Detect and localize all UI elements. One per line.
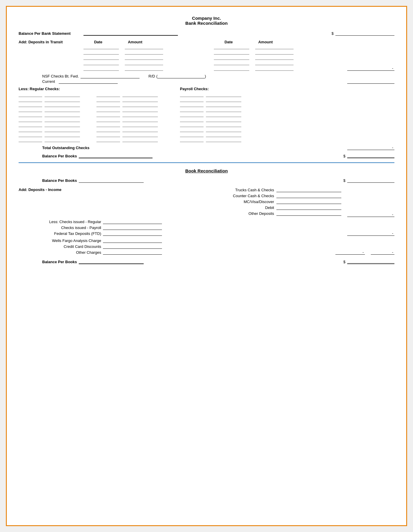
pay-num-3[interactable]: [180, 103, 204, 107]
dep-date-2b[interactable]: [214, 50, 249, 55]
pay-amt-3[interactable]: [206, 103, 241, 107]
reg-amt-7a[interactable]: [45, 123, 80, 127]
reg-amt-1b[interactable]: [122, 93, 158, 97]
mc-visa-field[interactable]: [276, 199, 341, 204]
pay-num-8[interactable]: [180, 128, 204, 132]
reg-num-8b[interactable]: [96, 128, 120, 132]
reg-num-4b[interactable]: [96, 108, 120, 112]
reg-amt-5a[interactable]: [45, 113, 80, 117]
balance-per-books-bank-amount[interactable]: [347, 152, 394, 158]
less-ftd-field[interactable]: [103, 231, 162, 236]
pay-num-7[interactable]: [180, 123, 204, 127]
nsf-btfwd-field[interactable]: [81, 74, 140, 78]
pay-amt-10[interactable]: [206, 138, 241, 142]
dep-amt-1b[interactable]: [255, 45, 294, 49]
reg-amt-8a[interactable]: [45, 128, 80, 132]
balance-books-bottom-field[interactable]: [79, 259, 144, 264]
debit-field[interactable]: [276, 205, 341, 210]
less-payroll-field[interactable]: [103, 225, 162, 230]
wells-fargo-field[interactable]: [103, 238, 162, 243]
dep-date-5b[interactable]: [214, 66, 249, 71]
pay-num-9[interactable]: [180, 133, 204, 137]
pay-amt-1[interactable]: [206, 93, 241, 97]
reg-num-9a[interactable]: [19, 133, 42, 137]
dep-amt-2a[interactable]: [125, 50, 163, 55]
pay-amt-8[interactable]: [206, 128, 241, 132]
reg-amt-2a[interactable]: [45, 98, 80, 102]
other-charges-field[interactable]: [103, 250, 162, 255]
reg-num-4a[interactable]: [19, 108, 42, 112]
counter-field[interactable]: [276, 193, 341, 198]
pay-num-10[interactable]: [180, 138, 204, 142]
credit-card-field[interactable]: [103, 244, 162, 249]
dep-amt-3a[interactable]: [125, 55, 163, 60]
dep-amt-4a[interactable]: [125, 61, 163, 65]
balance-books-bottom-amount[interactable]: [347, 258, 394, 264]
other-deposits-field[interactable]: [276, 211, 341, 216]
balance-per-books-bank-field[interactable]: [79, 153, 153, 158]
reg-num-2a[interactable]: [19, 98, 42, 102]
balance-books-book-field[interactable]: [79, 178, 144, 183]
pay-amt-6[interactable]: [206, 118, 241, 122]
pay-amt-4[interactable]: [206, 108, 241, 112]
pay-num-4[interactable]: [180, 108, 204, 112]
trucks-field[interactable]: [276, 187, 341, 192]
pay-amt-7[interactable]: [206, 123, 241, 127]
reg-amt-8b[interactable]: [122, 128, 158, 132]
balance-bank-amount-field[interactable]: [335, 31, 394, 36]
reg-num-1b[interactable]: [96, 93, 120, 97]
dep-date-1a[interactable]: [83, 45, 119, 49]
reg-num-10b[interactable]: [96, 138, 120, 142]
reg-amt-1a[interactable]: [45, 93, 80, 97]
reg-num-6a[interactable]: [19, 118, 42, 122]
less-regular-field[interactable]: [103, 219, 162, 224]
reg-amt-7b[interactable]: [122, 123, 158, 127]
reg-amt-4a[interactable]: [45, 108, 80, 112]
reg-num-1a[interactable]: [19, 93, 42, 97]
reg-num-2b[interactable]: [96, 98, 120, 102]
reg-num-9b[interactable]: [96, 133, 120, 137]
reg-amt-6b[interactable]: [122, 118, 158, 122]
current-field[interactable]: [59, 79, 118, 84]
reg-num-7b[interactable]: [96, 123, 120, 127]
reg-num-6b[interactable]: [96, 118, 120, 122]
pay-amt-9[interactable]: [206, 133, 241, 137]
reg-amt-10b[interactable]: [122, 138, 158, 142]
reg-num-3a[interactable]: [19, 103, 42, 107]
reg-num-5b[interactable]: [96, 113, 120, 117]
reg-num-8a[interactable]: [19, 128, 42, 132]
reg-num-10a[interactable]: [19, 138, 42, 142]
reg-amt-9a[interactable]: [45, 133, 80, 137]
pay-num-5[interactable]: [180, 113, 204, 117]
balance-books-book-amount[interactable]: [347, 178, 394, 183]
reg-amt-10a[interactable]: [45, 138, 80, 142]
dep-date-5a[interactable]: [83, 66, 119, 71]
pay-num-6[interactable]: [180, 118, 204, 122]
reg-num-5a[interactable]: [19, 113, 42, 117]
rd-field[interactable]: [158, 74, 205, 78]
dep-amt-3b[interactable]: [255, 55, 294, 60]
dep-date-2a[interactable]: [83, 50, 119, 55]
reg-amt-6a[interactable]: [45, 118, 80, 122]
dep-amt-1a[interactable]: [125, 45, 163, 49]
dep-date-1b[interactable]: [214, 45, 249, 49]
reg-num-7a[interactable]: [19, 123, 42, 127]
pay-amt-2[interactable]: [206, 98, 241, 102]
reg-amt-9b[interactable]: [122, 133, 158, 137]
reg-amt-3a[interactable]: [45, 103, 80, 107]
dep-amt-5b[interactable]: [255, 66, 294, 71]
reg-amt-3b[interactable]: [122, 103, 158, 107]
dep-amt-5a[interactable]: [125, 66, 163, 71]
pay-amt-5[interactable]: [206, 113, 241, 117]
pay-num-2[interactable]: [180, 98, 204, 102]
reg-amt-4b[interactable]: [122, 108, 158, 112]
dep-date-3b[interactable]: [214, 55, 249, 60]
dep-date-3a[interactable]: [83, 55, 119, 60]
reg-num-3b[interactable]: [96, 103, 120, 107]
reg-amt-2b[interactable]: [122, 98, 158, 102]
dep-amt-4b[interactable]: [255, 61, 294, 65]
reg-amt-5b[interactable]: [122, 113, 158, 117]
dep-date-4a[interactable]: [83, 61, 119, 65]
pay-num-1[interactable]: [180, 93, 204, 97]
dep-date-4b[interactable]: [214, 61, 249, 65]
